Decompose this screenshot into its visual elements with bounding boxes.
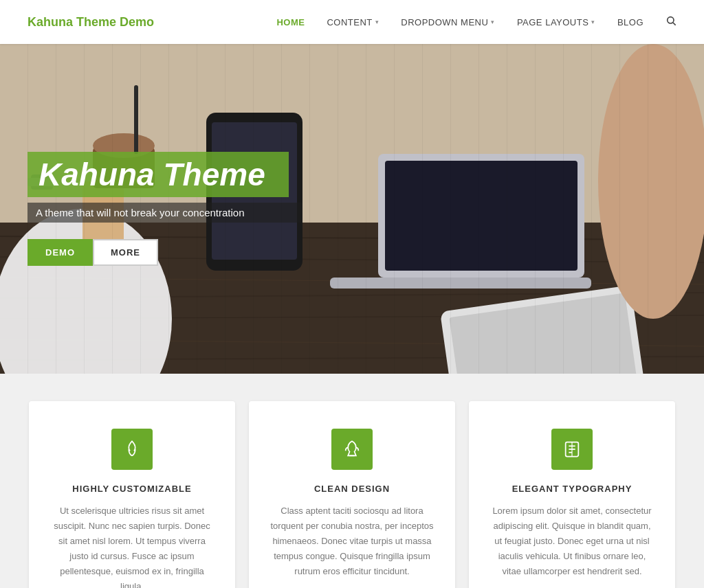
feature-card-typography: ELEGANT TYPOGRAPHY Lorem ipsum dolor sit… <box>469 401 675 588</box>
feature-text-typography: Lorem ipsum dolor sit amet, consectetur … <box>490 504 654 579</box>
nav-item-home[interactable]: HOME <box>276 17 305 27</box>
svg-point-0 <box>668 17 674 23</box>
hero-content: Kahuna Theme A theme that will not break… <box>0 44 704 374</box>
hero-subtitle-box: A theme that will not break your concent… <box>28 203 302 223</box>
hero-subtitle: A theme that will not break your concent… <box>36 207 294 218</box>
book-icon <box>551 429 593 470</box>
nav-item-blog[interactable]: BLOG <box>617 17 644 27</box>
feature-title-typography: ELEGANT TYPOGRAPHY <box>512 484 632 494</box>
hero-title: Kahuna Theme <box>38 157 278 192</box>
nav-item-page-layouts[interactable]: PAGE LAYOUTS ▾ <box>517 17 595 27</box>
feature-title-clean-design: CLEAN DESIGN <box>314 484 390 494</box>
features-section: HIGHLY CUSTOMIZABLE Ut scelerisque ultri… <box>0 374 704 588</box>
demo-button[interactable]: DEMO <box>28 239 93 266</box>
hero-title-box: Kahuna Theme <box>28 152 289 198</box>
feature-text-customizable: Ut scelerisque ultricies risus sit amet … <box>50 504 214 588</box>
rocket-icon <box>331 429 373 470</box>
chevron-down-icon: ▾ <box>591 19 595 25</box>
hero-buttons: DEMO MORE <box>28 239 676 266</box>
feature-card-clean-design: CLEAN DESIGN Class aptent taciti sociosq… <box>249 401 455 588</box>
feature-text-clean-design: Class aptent taciti sociosqu ad litora t… <box>270 504 434 579</box>
more-button[interactable]: MORE <box>93 239 158 266</box>
feature-card-customizable: HIGHLY CUSTOMIZABLE Ut scelerisque ultri… <box>29 401 235 588</box>
nav-item-dropdown-menu[interactable]: DROPDOWN MENU ▾ <box>401 17 495 27</box>
site-logo[interactable]: Kahuna Theme Demo <box>28 15 154 30</box>
site-header: Kahuna Theme Demo HOME CONTENT ▾ DROPDOW… <box>0 0 704 44</box>
main-nav: HOME CONTENT ▾ DROPDOWN MENU ▾ PAGE LAYO… <box>276 15 676 29</box>
feature-title-customizable: HIGHLY CUSTOMIZABLE <box>72 484 191 494</box>
hero-section: Kahuna Theme A theme that will not break… <box>0 44 704 374</box>
svg-line-1 <box>673 23 676 25</box>
search-icon[interactable] <box>666 15 676 29</box>
chevron-down-icon: ▾ <box>491 19 495 25</box>
nav-item-content[interactable]: CONTENT ▾ <box>327 17 379 27</box>
flame-icon <box>111 429 153 470</box>
chevron-down-icon: ▾ <box>375 19 380 25</box>
